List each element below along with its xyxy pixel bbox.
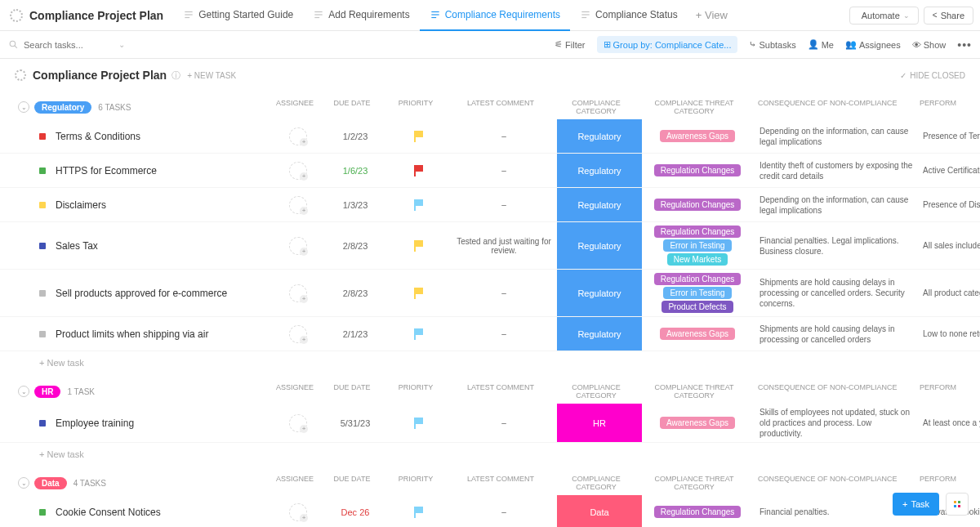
add-view-button[interactable]: + View [688,9,736,21]
col-latest-comment[interactable]: LATEST COMMENT [448,383,554,400]
cell-priority[interactable] [387,404,451,442]
task-title[interactable]: Product limits when shipping via air [56,328,208,340]
task-row[interactable]: Employee training 5/31/23 – HR Awareness… [0,404,980,443]
apps-button[interactable] [946,493,969,516]
hide-closed-button[interactable]: ✓ HIDE CLOSED [900,71,965,80]
cell-consequence[interactable]: Financial penalties. Legal implications.… [753,222,923,269]
cell-assignee[interactable] [273,188,323,221]
col-compliance-category[interactable]: COMPLIANCE CATEGORY [554,99,639,115]
threat-badge[interactable]: Awareness Gaps [660,328,735,340]
cell-category[interactable]: Regulatory [557,119,642,153]
cell-priority[interactable] [387,495,451,527]
threat-badge[interactable]: Regulation Changes [654,506,742,518]
cell-threat[interactable]: Awareness Gaps [642,119,753,153]
group-badge[interactable]: Data [34,477,67,489]
task-main[interactable]: Employee training [0,404,273,442]
task-main[interactable]: Disclaimers [0,188,273,221]
threat-badge[interactable]: Product Defects [662,301,733,313]
col-threat-category[interactable]: COMPLIANCE THREAT CATEGORY [639,99,750,115]
collapse-icon[interactable]: ⌄ [18,477,29,489]
status-square[interactable] [39,167,46,174]
cell-category[interactable]: HR [557,404,642,442]
task-main[interactable]: Product limits when shipping via air [0,317,273,351]
cell-threat[interactable]: Regulation Changes [642,495,753,527]
group-badge[interactable]: Regulatory [34,101,91,114]
cell-priority[interactable] [387,317,451,351]
cell-threat[interactable]: Awareness Gaps [642,317,753,351]
task-title[interactable]: Disclaimers [56,199,106,211]
task-title[interactable]: Sales Tax [56,240,98,252]
new-task-row-button[interactable]: + New task [0,351,980,374]
task-row[interactable]: HTTPS for Ecommerce 1/6/23 – Regulatory … [0,154,980,188]
assignee-icon[interactable] [289,237,307,255]
show-button[interactable]: 👁Show [912,40,947,50]
task-title[interactable]: Sell products approved for e-commerce [56,288,227,299]
task-main[interactable]: Terms & Conditions [0,119,273,153]
assignee-icon[interactable] [289,127,307,145]
col-latest-comment[interactable]: LATEST COMMENT [448,475,554,491]
cell-due-date[interactable]: 5/31/23 [323,404,387,442]
cell-category[interactable]: Regulatory [557,188,642,221]
collapse-icon[interactable]: ⌄ [18,101,29,113]
cell-threat[interactable]: Awareness Gaps [642,404,753,442]
cell-due-date[interactable]: 2/8/23 [323,270,387,316]
col-assignee[interactable]: ASSIGNEE [270,99,320,115]
more-button[interactable]: ••• [957,38,972,51]
col-due-date[interactable]: DUE DATE [320,475,384,491]
col-assignee[interactable]: ASSIGNEE [270,475,320,491]
cell-comment[interactable]: – [451,270,557,316]
cell-perform[interactable]: Active Certificate fo [923,154,980,187]
cell-consequence[interactable]: Shipments are hold causing delays in pro… [753,317,923,351]
chevron-down-icon[interactable]: ⌄ [118,40,125,49]
col-threat-category[interactable]: COMPLIANCE THREAT CATEGORY [639,475,750,491]
cell-comment[interactable]: – [451,495,557,527]
cell-due-date[interactable]: 2/8/23 [323,222,387,269]
threat-badge[interactable]: Regulation Changes [654,164,742,176]
cell-comment[interactable]: – [451,317,557,351]
automate-button[interactable]: Automate ⌄ [849,7,919,25]
task-title[interactable]: HTTPS for Ecommerce [56,165,157,176]
cell-due-date[interactable]: Dec 26 [323,495,387,527]
col-perform[interactable]: PERFORM [920,99,977,115]
threat-badge[interactable]: Awareness Gaps [660,417,735,429]
status-square[interactable] [39,509,46,516]
new-task-floating-button[interactable]: + Task [893,493,939,516]
task-main[interactable]: HTTPS for Ecommerce [0,154,273,187]
cell-perform[interactable]: All product categori the approved produ [923,270,980,316]
group-by-button[interactable]: ⊞Group by: Compliance Cate... [597,36,738,53]
cell-category[interactable]: Regulatory [557,222,642,269]
cell-comment[interactable]: – [451,188,557,221]
assignee-icon[interactable] [289,162,307,180]
cell-perform[interactable]: Low to none returns via air constraint [923,317,980,351]
cell-category[interactable]: Regulatory [557,317,642,351]
task-row[interactable]: Sell products approved for e-commerce 2/… [0,270,980,317]
task-title[interactable]: Cookie Consent Notices [56,507,161,518]
tab-getting-started-guide[interactable]: Getting Started Guide [173,0,303,31]
cell-due-date[interactable]: 1/3/23 [323,188,387,221]
assignee-icon[interactable] [289,503,307,521]
threat-badge[interactable]: Error in Testing [663,287,731,299]
col-consequence[interactable]: CONSEQUENCE OF NON-COMPLIANCE [750,383,920,400]
cell-consequence[interactable]: Depending on the information, can cause … [753,188,923,221]
task-row[interactable]: Sales Tax 2/8/23 Tested and just waiting… [0,222,980,270]
task-row[interactable]: Product limits when shipping via air 2/1… [0,317,980,351]
assignee-icon[interactable] [289,196,307,214]
col-due-date[interactable]: DUE DATE [320,383,384,400]
status-square[interactable] [39,133,46,140]
threat-badge[interactable]: Regulation Changes [654,226,742,238]
status-square[interactable] [39,202,46,208]
cell-priority[interactable] [387,154,451,187]
col-priority[interactable]: PRIORITY [384,475,448,491]
col-assignee[interactable]: ASSIGNEE [270,383,320,400]
cell-perform[interactable]: At least once a year [923,404,980,442]
col-compliance-category[interactable]: COMPLIANCE CATEGORY [554,475,639,491]
cell-threat[interactable]: Regulation Changes [642,188,753,221]
cell-consequence[interactable]: Skills of employees not updated, stuck o… [753,404,923,442]
cell-comment[interactable]: – [451,404,557,442]
cell-consequence[interactable]: Shipments are hold causing delays in pro… [753,270,923,316]
assignee-icon[interactable] [289,284,307,302]
task-main[interactable]: Cookie Consent Notices [0,495,273,527]
cell-due-date[interactable]: 1/6/23 [323,154,387,187]
cell-assignee[interactable] [273,222,323,269]
search-input[interactable] [24,40,114,50]
